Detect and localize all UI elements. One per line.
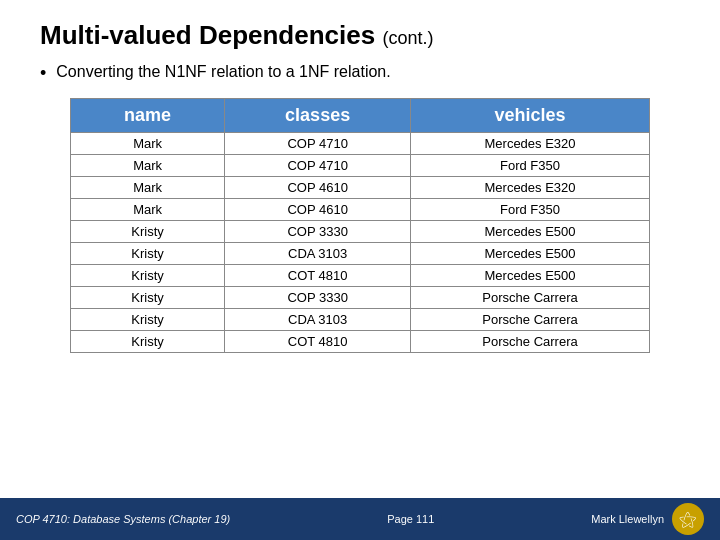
table-wrapper: name classes vehicles MarkCOP 4710Merced… [40,98,680,353]
slide-footer: COP 4710: Database Systems (Chapter 19) … [0,498,720,540]
table-cell: Mark [71,199,225,221]
bullet-dot: • [40,61,46,86]
footer-author: Mark Llewellyn [591,513,664,525]
footer-page: Page 111 [387,513,434,525]
footer-right-section: Mark Llewellyn ⚝ [591,503,704,535]
table-cell: Kristy [71,221,225,243]
table-cell: Mercedes E320 [411,177,650,199]
title-main: Multi-valued Dependencies [40,20,375,50]
table-cell: Porsche Carrera [411,309,650,331]
table-cell: Kristy [71,287,225,309]
table-row: KristyCDA 3103Mercedes E500 [71,243,650,265]
table-cell: COP 4610 [225,199,411,221]
table-cell: Ford F350 [411,199,650,221]
col-vehicles-header: vehicles [411,99,650,133]
dependencies-table: name classes vehicles MarkCOP 4710Merced… [70,98,650,353]
table-row: KristyCDA 3103Porsche Carrera [71,309,650,331]
table-cell: Mercedes E500 [411,243,650,265]
table-row: KristyCOP 3330Porsche Carrera [71,287,650,309]
table-cell: Mark [71,177,225,199]
table-cell: CDA 3103 [225,243,411,265]
table-row: MarkCOP 4710Ford F350 [71,155,650,177]
col-classes-header: classes [225,99,411,133]
ucf-logo: ⚝ [672,503,704,535]
table-cell: Porsche Carrera [411,287,650,309]
table-cell: COP 4610 [225,177,411,199]
table-cell: Porsche Carrera [411,331,650,353]
col-name-header: name [71,99,225,133]
table-row: KristyCOT 4810Mercedes E500 [71,265,650,287]
slide-title: Multi-valued Dependencies (cont.) [40,20,680,51]
table-row: MarkCOP 4610Ford F350 [71,199,650,221]
table-cell: Ford F350 [411,155,650,177]
table-row: KristyCOT 4810Porsche Carrera [71,331,650,353]
table-row: MarkCOP 4610Mercedes E320 [71,177,650,199]
bullet-text: Converting the N1NF relation to a 1NF re… [56,61,390,83]
table-cell: COT 4810 [225,265,411,287]
table-cell: Mark [71,133,225,155]
table-row: KristyCOP 3330Mercedes E500 [71,221,650,243]
table-cell: Mark [71,155,225,177]
table-cell: COP 4710 [225,155,411,177]
table-row: MarkCOP 4710Mercedes E320 [71,133,650,155]
table-cell: Mercedes E500 [411,221,650,243]
slide-container: Multi-valued Dependencies (cont.) • Conv… [0,0,720,540]
table-cell: CDA 3103 [225,309,411,331]
table-cell: Kristy [71,331,225,353]
title-cont: (cont.) [382,28,433,48]
table-cell: COT 4810 [225,331,411,353]
table-cell: Kristy [71,243,225,265]
table-cell: COP 3330 [225,221,411,243]
table-cell: Kristy [71,265,225,287]
table-cell: Kristy [71,309,225,331]
table-cell: COP 4710 [225,133,411,155]
footer-course: COP 4710: Database Systems (Chapter 19) [16,513,230,525]
table-header-row: name classes vehicles [71,99,650,133]
table-cell: Mercedes E500 [411,265,650,287]
table-cell: Mercedes E320 [411,133,650,155]
bullet-point: • Converting the N1NF relation to a 1NF … [40,61,680,86]
table-cell: COP 3330 [225,287,411,309]
